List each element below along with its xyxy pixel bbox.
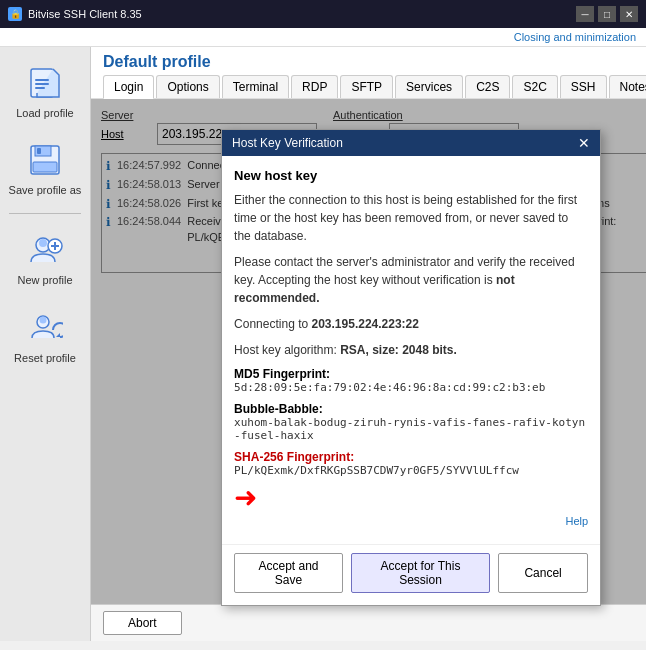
svg-marker-15 bbox=[56, 333, 60, 337]
new-profile-label: New profile bbox=[17, 274, 72, 287]
modal-body: New host key Either the connection to th… bbox=[222, 156, 600, 544]
md5-label: MD5 Fingerprint: bbox=[234, 367, 588, 381]
red-arrow-annotation: ➜ bbox=[234, 481, 588, 514]
host-key-modal: Host Key Verification ✕ New host key Eit… bbox=[221, 129, 601, 606]
modal-titlebar: Host Key Verification ✕ bbox=[222, 130, 600, 156]
svg-rect-6 bbox=[37, 148, 41, 154]
title-bar: 🔒 Bitvise SSH Client 8.35 ─ □ ✕ bbox=[0, 0, 646, 28]
modal-title: Host Key Verification bbox=[232, 136, 343, 150]
bottom-bar: Abort bbox=[91, 604, 646, 641]
tab-s2c[interactable]: S2C bbox=[512, 75, 557, 98]
sidebar-divider-1 bbox=[9, 213, 81, 214]
tab-c2s[interactable]: C2S bbox=[465, 75, 510, 98]
svg-point-14 bbox=[40, 316, 47, 323]
minimize-button[interactable]: ─ bbox=[576, 6, 594, 22]
bubble-value: xuhom-balak-bodug-ziruh-rynis-vafis-fane… bbox=[234, 416, 588, 442]
modal-buttons: Accept and Save Accept for This Session … bbox=[222, 544, 600, 605]
help-link[interactable]: Help bbox=[565, 515, 588, 527]
tab-ssh[interactable]: SSH bbox=[560, 75, 607, 98]
svg-point-9 bbox=[39, 239, 47, 247]
tab-login[interactable]: Login bbox=[103, 75, 154, 99]
svg-rect-7 bbox=[33, 162, 57, 172]
close-button[interactable]: ✕ bbox=[620, 6, 638, 22]
md5-value: 5d:28:09:5e:fa:79:02:4e:46:96:8a:cd:99:c… bbox=[234, 381, 588, 394]
modal-overlay: Host Key Verification ✕ New host key Eit… bbox=[91, 99, 646, 604]
sidebar-item-reset-profile[interactable]: Reset profile bbox=[0, 300, 90, 373]
sidebar-item-save-profile[interactable]: Save profile as bbox=[0, 132, 90, 205]
tab-options[interactable]: Options bbox=[156, 75, 219, 98]
modal-connecting: Connecting to 203.195.224.223:22 bbox=[234, 315, 588, 333]
tab-terminal[interactable]: Terminal bbox=[222, 75, 289, 98]
abort-button[interactable]: Abort bbox=[103, 611, 182, 635]
tab-rdp[interactable]: RDP bbox=[291, 75, 338, 98]
save-profile-label: Save profile as bbox=[9, 184, 82, 197]
load-profile-icon bbox=[25, 63, 65, 103]
maximize-button[interactable]: □ bbox=[598, 6, 616, 22]
load-profile-label: Load profile bbox=[16, 107, 74, 120]
main-container: Load profile Save profile as bbox=[0, 47, 646, 641]
sidebar-item-load-profile[interactable]: Load profile bbox=[0, 55, 90, 128]
svg-rect-1 bbox=[35, 79, 49, 81]
app-icon: 🔒 bbox=[8, 7, 22, 21]
modal-text-2: Please contact the server's administrato… bbox=[234, 253, 588, 307]
window-controls: ─ □ ✕ bbox=[576, 6, 638, 22]
sha-label: SHA-256 Fingerprint: bbox=[234, 450, 588, 464]
save-profile-icon bbox=[25, 140, 65, 180]
profile-section: Default profile Login Options Terminal R… bbox=[91, 47, 646, 641]
accept-session-button[interactable]: Accept for This Session bbox=[351, 553, 490, 593]
accept-and-save-button[interactable]: Accept and Save bbox=[234, 553, 343, 593]
tab-bar: Login Options Terminal RDP SFTP Services… bbox=[103, 75, 646, 98]
closing-minimization-link[interactable]: Closing and minimization bbox=[514, 31, 636, 43]
modal-close-button[interactable]: ✕ bbox=[578, 136, 590, 150]
cancel-button[interactable]: Cancel bbox=[498, 553, 588, 593]
sha-value: PL/kQExmk/DxfRKGpSSB7CDW7yr0GF5/SYVVlULf… bbox=[234, 464, 588, 477]
tab-services[interactable]: Services bbox=[395, 75, 463, 98]
sidebar: Load profile Save profile as bbox=[0, 47, 91, 641]
sidebar-item-new-profile[interactable]: New profile bbox=[0, 222, 90, 295]
profile-header: Default profile Login Options Terminal R… bbox=[91, 47, 646, 99]
tab-notes[interactable]: Notes bbox=[609, 75, 647, 98]
tab-sftp[interactable]: SFTP bbox=[340, 75, 393, 98]
reset-profile-label: Reset profile bbox=[14, 352, 76, 365]
modal-algo: Host key algorithm: RSA, size: 2048 bits… bbox=[234, 341, 588, 359]
bubble-label: Bubble-Babble: bbox=[234, 402, 588, 416]
modal-text-1: Either the connection to this host is be… bbox=[234, 191, 588, 245]
reset-profile-icon bbox=[25, 308, 65, 348]
modal-heading: New host key bbox=[234, 168, 588, 183]
new-profile-icon bbox=[25, 230, 65, 270]
svg-rect-3 bbox=[35, 87, 45, 89]
app-title: Bitvise SSH Client 8.35 bbox=[28, 8, 142, 20]
top-link-bar: Closing and minimization bbox=[0, 28, 646, 47]
profile-title: Default profile bbox=[103, 53, 646, 71]
content-area: Server Host Authentication Username bbox=[91, 99, 646, 604]
svg-rect-2 bbox=[35, 83, 49, 85]
